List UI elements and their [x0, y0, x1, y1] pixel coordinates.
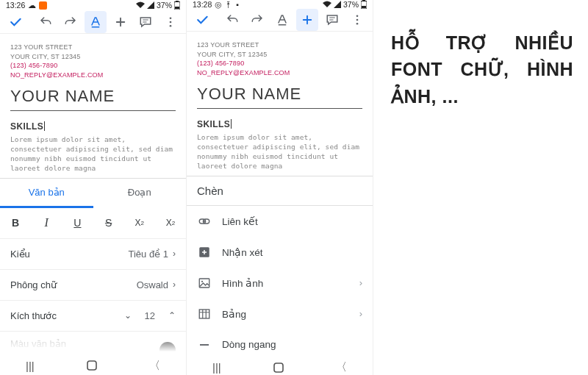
chevron-up-icon[interactable]: ⌃ — [168, 310, 176, 321]
status-bar: 13:26 ☁ 37% — [0, 0, 186, 11]
svg-rect-7 — [87, 361, 96, 370]
done-button[interactable] — [4, 11, 26, 33]
svg-rect-18 — [199, 310, 209, 318]
horizontal-rule-icon — [197, 338, 212, 351]
more-button[interactable] — [159, 11, 182, 33]
done-button[interactable] — [191, 9, 213, 31]
undo-button[interactable] — [35, 11, 57, 33]
nav-bar: ||| 〈 — [187, 360, 373, 375]
instagram-icon: ◎ — [215, 0, 222, 9]
recents-button[interactable]: ||| — [26, 360, 35, 372]
insert-table-label: Bảng — [222, 308, 246, 320]
doc-name-heading: YOUR NAME — [197, 85, 362, 104]
document-area[interactable]: 123 YOUR STREET YOUR CITY, ST 12345 (123… — [187, 32, 373, 176]
bold-button[interactable]: B — [0, 208, 31, 238]
comment-button[interactable] — [321, 9, 343, 31]
svg-point-5 — [170, 21, 172, 24]
svg-rect-16 — [199, 279, 209, 288]
phone-left: 13:26 ☁ 37% — [0, 0, 187, 375]
link-icon — [197, 215, 212, 228]
undo-button[interactable] — [221, 9, 243, 31]
insert-button[interactable] — [110, 11, 132, 33]
insert-image-label: Hình ảnh — [222, 277, 263, 289]
signal-icon — [334, 1, 341, 8]
recents-button[interactable]: ||| — [212, 361, 221, 374]
document-area[interactable]: 123 YOUR STREET YOUR CITY, ST 12345 (123… — [0, 34, 186, 178]
text-color-row[interactable]: Màu văn bản — [0, 332, 186, 357]
address-line2: YOUR CITY, ST 12345 — [197, 50, 362, 60]
toolbar — [0, 11, 186, 34]
svg-point-6 — [170, 25, 172, 27]
toolbar — [187, 9, 373, 32]
format-panel: Văn bản Đoạn B I U S X2 X2 Kiểu Tiêu đề … — [0, 178, 186, 357]
address-line2: YOUR CITY, ST 12345 — [10, 52, 176, 62]
tab-text[interactable]: Văn bản — [0, 179, 93, 208]
comment-button[interactable] — [135, 11, 157, 33]
svg-point-17 — [201, 280, 203, 282]
font-label: Phông chữ — [10, 279, 57, 290]
size-label: Kích thước — [10, 310, 57, 321]
redo-button[interactable] — [60, 11, 82, 33]
text-color-label: Màu văn bản — [10, 338, 66, 349]
insert-link-label: Liên kết — [222, 215, 258, 227]
email: NO_REPLY@EXAMPLE.COM — [197, 68, 362, 78]
insert-comment-label: Nhận xét — [222, 246, 263, 258]
address-line1: 123 YOUR STREET — [10, 43, 176, 52]
insert-comment-row[interactable]: Nhận xét — [187, 237, 373, 268]
svg-rect-3 — [92, 26, 100, 28]
italic-button[interactable]: I — [31, 208, 62, 238]
status-time: 13:26 — [6, 1, 25, 10]
size-row[interactable]: Kích thước ⌄ 12 ⌃ — [0, 301, 186, 332]
address-line1: 123 YOUR STREET — [197, 40, 362, 50]
app-badge-icon — [39, 1, 47, 10]
back-button[interactable]: 〈 — [336, 360, 347, 374]
more-button[interactable] — [346, 9, 368, 31]
body-text: Lorem ipsum dolor sit amet, consectetuer… — [10, 135, 176, 173]
insert-table-row[interactable]: Bảng › — [187, 299, 373, 329]
upload-icon: ⭱ — [225, 0, 233, 9]
insert-hr-row[interactable]: Dòng ngang — [187, 329, 373, 360]
status-battery: 37% — [157, 1, 172, 10]
text-cursor — [231, 119, 232, 129]
battery-icon — [174, 1, 180, 10]
svg-point-14 — [356, 23, 359, 25]
wifi-icon — [136, 1, 145, 9]
chevron-down-icon[interactable]: ⌄ — [124, 310, 132, 321]
redo-button[interactable] — [246, 9, 268, 31]
underline-button[interactable]: U — [62, 208, 93, 238]
svg-rect-10 — [362, 6, 366, 8]
doc-name-heading: YOUR NAME — [10, 87, 176, 106]
email: NO_REPLY@EXAMPLE.COM — [10, 71, 176, 80]
strike-button[interactable]: S — [93, 208, 124, 238]
text-cursor — [44, 121, 45, 131]
body-text: Lorem ipsum dolor sit amet, consectetuer… — [197, 133, 362, 171]
superscript-button[interactable]: X2 — [124, 208, 155, 238]
format-button[interactable] — [85, 11, 107, 33]
svg-rect-11 — [279, 24, 287, 26]
font-row[interactable]: Phông chữ Oswald› — [0, 270, 186, 301]
insert-hr-label: Dòng ngang — [222, 339, 276, 350]
format-button[interactable] — [271, 9, 293, 31]
image-icon — [197, 276, 212, 290]
phone-right: 13:28 ◎ ⭱ ▪ 37% 123 YOUR ST — [187, 0, 373, 375]
phone-number: (123) 456-7890 — [197, 59, 362, 68]
back-button[interactable]: 〈 — [149, 359, 160, 373]
insert-link-row[interactable]: Liên kết — [187, 206, 373, 237]
section-title: SKILLS — [197, 119, 362, 129]
home-button[interactable] — [273, 362, 284, 374]
style-row[interactable]: Kiểu Tiêu đề 1› — [0, 239, 186, 270]
home-button[interactable] — [86, 360, 98, 371]
svg-point-13 — [356, 19, 359, 21]
status-bar: 13:28 ◎ ⭱ ▪ 37% — [187, 0, 373, 9]
font-value: Oswald — [137, 279, 168, 290]
wifi-icon — [323, 1, 331, 8]
insert-image-row[interactable]: Hình ảnh › — [187, 268, 373, 299]
insert-button[interactable] — [296, 9, 318, 31]
tab-paragraph[interactable]: Đoạn — [93, 179, 187, 208]
nav-bar: ||| 〈 — [0, 357, 186, 375]
status-time: 13:28 — [193, 0, 212, 9]
insert-panel-title: Chèn — [187, 176, 373, 206]
subscript-button[interactable]: X2 — [155, 208, 186, 238]
svg-point-12 — [356, 15, 359, 17]
caption-text: HỖ TRỢ NHIỀU FONT CHỮ, HÌNH ẢNH, ... — [391, 29, 573, 110]
